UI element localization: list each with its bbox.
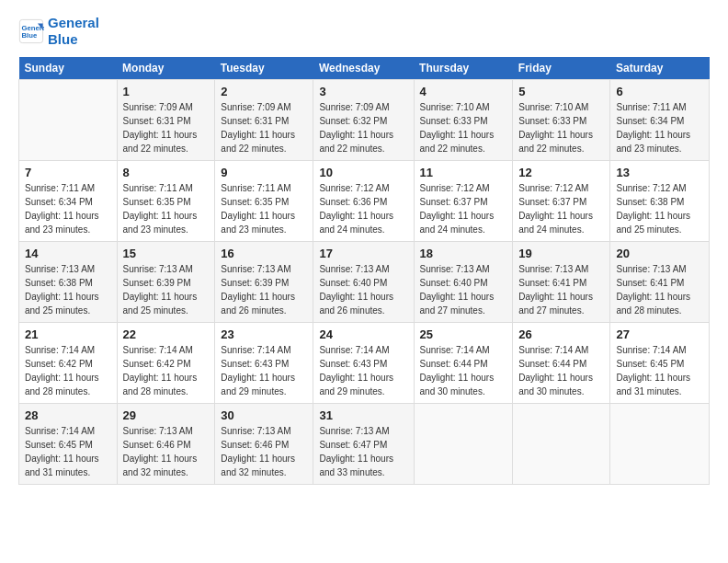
day-info: Sunrise: 7:14 AM Sunset: 6:44 PM Dayligh… <box>518 343 604 398</box>
day-cell: 2Sunrise: 7:09 AM Sunset: 6:31 PM Daylig… <box>215 80 313 161</box>
day-info: Sunrise: 7:11 AM Sunset: 6:35 PM Dayligh… <box>123 181 210 236</box>
day-cell: 12Sunrise: 7:12 AM Sunset: 6:37 PM Dayli… <box>513 161 610 242</box>
week-row-2: 7Sunrise: 7:11 AM Sunset: 6:34 PM Daylig… <box>19 161 710 242</box>
day-cell <box>610 404 710 485</box>
day-number: 21 <box>25 327 111 341</box>
day-number: 18 <box>420 247 507 260</box>
day-number: 7 <box>25 166 111 179</box>
header-friday: Friday <box>513 57 610 80</box>
day-cell: 7Sunrise: 7:11 AM Sunset: 6:34 PM Daylig… <box>19 161 118 242</box>
logo: General Blue General Blue <box>18 15 99 48</box>
day-info: Sunrise: 7:09 AM Sunset: 6:32 PM Dayligh… <box>319 100 407 155</box>
day-cell: 31Sunrise: 7:13 AM Sunset: 6:47 PM Dayli… <box>313 404 414 485</box>
day-number: 31 <box>319 408 407 422</box>
day-info: Sunrise: 7:13 AM Sunset: 6:41 PM Dayligh… <box>518 262 604 317</box>
calendar-table: SundayMondayTuesdayWednesdayThursdayFrid… <box>18 57 710 485</box>
day-cell: 25Sunrise: 7:14 AM Sunset: 6:44 PM Dayli… <box>414 323 513 404</box>
day-info: Sunrise: 7:12 AM Sunset: 6:38 PM Dayligh… <box>616 181 703 236</box>
day-info: Sunrise: 7:11 AM Sunset: 6:34 PM Dayligh… <box>25 181 111 236</box>
day-info: Sunrise: 7:13 AM Sunset: 6:38 PM Dayligh… <box>25 262 111 317</box>
day-info: Sunrise: 7:14 AM Sunset: 6:45 PM Dayligh… <box>616 343 703 398</box>
day-info: Sunrise: 7:14 AM Sunset: 6:43 PM Dayligh… <box>319 343 407 398</box>
week-row-1: 1Sunrise: 7:09 AM Sunset: 6:31 PM Daylig… <box>19 80 710 161</box>
day-cell: 9Sunrise: 7:11 AM Sunset: 6:35 PM Daylig… <box>215 161 313 242</box>
day-cell: 24Sunrise: 7:14 AM Sunset: 6:43 PM Dayli… <box>313 323 414 404</box>
day-info: Sunrise: 7:14 AM Sunset: 6:45 PM Dayligh… <box>25 424 111 479</box>
day-cell: 27Sunrise: 7:14 AM Sunset: 6:45 PM Dayli… <box>610 323 710 404</box>
day-number: 10 <box>319 166 407 179</box>
day-number: 13 <box>616 166 703 179</box>
day-cell: 21Sunrise: 7:14 AM Sunset: 6:42 PM Dayli… <box>19 323 118 404</box>
header-wednesday: Wednesday <box>313 57 414 80</box>
day-cell: 13Sunrise: 7:12 AM Sunset: 6:38 PM Dayli… <box>610 161 710 242</box>
day-cell: 26Sunrise: 7:14 AM Sunset: 6:44 PM Dayli… <box>513 323 610 404</box>
day-info: Sunrise: 7:13 AM Sunset: 6:39 PM Dayligh… <box>123 262 210 317</box>
day-number: 14 <box>25 247 111 260</box>
day-cell: 4Sunrise: 7:10 AM Sunset: 6:33 PM Daylig… <box>414 80 513 161</box>
header-thursday: Thursday <box>414 57 513 80</box>
day-cell: 22Sunrise: 7:14 AM Sunset: 6:42 PM Dayli… <box>117 323 215 404</box>
day-number: 29 <box>123 408 210 422</box>
day-number: 27 <box>616 327 703 341</box>
day-number: 25 <box>420 327 507 341</box>
day-number: 5 <box>518 85 604 98</box>
day-cell: 28Sunrise: 7:14 AM Sunset: 6:45 PM Dayli… <box>19 404 118 485</box>
day-cell <box>19 80 118 161</box>
day-info: Sunrise: 7:14 AM Sunset: 6:43 PM Dayligh… <box>221 343 307 398</box>
day-info: Sunrise: 7:10 AM Sunset: 6:33 PM Dayligh… <box>420 100 507 155</box>
day-info: Sunrise: 7:13 AM Sunset: 6:40 PM Dayligh… <box>319 262 407 317</box>
day-cell: 17Sunrise: 7:13 AM Sunset: 6:40 PM Dayli… <box>313 242 414 323</box>
day-cell: 8Sunrise: 7:11 AM Sunset: 6:35 PM Daylig… <box>117 161 215 242</box>
svg-text:Blue: Blue <box>22 31 38 40</box>
day-info: Sunrise: 7:13 AM Sunset: 6:46 PM Dayligh… <box>123 424 210 479</box>
day-number: 2 <box>221 85 307 98</box>
day-cell: 11Sunrise: 7:12 AM Sunset: 6:37 PM Dayli… <box>414 161 513 242</box>
day-number: 28 <box>25 408 111 422</box>
logo-text: General Blue <box>48 15 99 48</box>
day-info: Sunrise: 7:14 AM Sunset: 6:42 PM Dayligh… <box>25 343 111 398</box>
day-number: 30 <box>221 408 307 422</box>
day-cell: 5Sunrise: 7:10 AM Sunset: 6:33 PM Daylig… <box>513 80 610 161</box>
day-number: 1 <box>123 85 210 98</box>
day-cell: 1Sunrise: 7:09 AM Sunset: 6:31 PM Daylig… <box>117 80 215 161</box>
day-number: 23 <box>221 327 307 341</box>
day-cell: 16Sunrise: 7:13 AM Sunset: 6:39 PM Dayli… <box>215 242 313 323</box>
day-cell: 14Sunrise: 7:13 AM Sunset: 6:38 PM Dayli… <box>19 242 118 323</box>
day-number: 22 <box>123 327 210 341</box>
header-monday: Monday <box>117 57 215 80</box>
day-number: 3 <box>319 85 407 98</box>
day-info: Sunrise: 7:10 AM Sunset: 6:33 PM Dayligh… <box>518 100 604 155</box>
day-number: 6 <box>616 85 703 98</box>
week-row-3: 14Sunrise: 7:13 AM Sunset: 6:38 PM Dayli… <box>19 242 710 323</box>
day-cell <box>414 404 513 485</box>
day-number: 8 <box>123 166 210 179</box>
day-info: Sunrise: 7:14 AM Sunset: 6:44 PM Dayligh… <box>420 343 507 398</box>
day-cell: 23Sunrise: 7:14 AM Sunset: 6:43 PM Dayli… <box>215 323 313 404</box>
day-cell: 29Sunrise: 7:13 AM Sunset: 6:46 PM Dayli… <box>117 404 215 485</box>
day-info: Sunrise: 7:12 AM Sunset: 6:36 PM Dayligh… <box>319 181 407 236</box>
day-info: Sunrise: 7:11 AM Sunset: 6:35 PM Dayligh… <box>221 181 307 236</box>
day-number: 12 <box>518 166 604 179</box>
header-tuesday: Tuesday <box>215 57 313 80</box>
day-info: Sunrise: 7:12 AM Sunset: 6:37 PM Dayligh… <box>420 181 507 236</box>
logo-icon: General Blue <box>18 18 44 44</box>
day-number: 9 <box>221 166 307 179</box>
day-cell: 10Sunrise: 7:12 AM Sunset: 6:36 PM Dayli… <box>313 161 414 242</box>
week-row-4: 21Sunrise: 7:14 AM Sunset: 6:42 PM Dayli… <box>19 323 710 404</box>
day-number: 19 <box>518 247 604 260</box>
header-sunday: Sunday <box>19 57 118 80</box>
day-cell: 20Sunrise: 7:13 AM Sunset: 6:41 PM Dayli… <box>610 242 710 323</box>
day-info: Sunrise: 7:13 AM Sunset: 6:40 PM Dayligh… <box>420 262 507 317</box>
day-cell: 15Sunrise: 7:13 AM Sunset: 6:39 PM Dayli… <box>117 242 215 323</box>
day-number: 16 <box>221 247 307 260</box>
day-info: Sunrise: 7:09 AM Sunset: 6:31 PM Dayligh… <box>221 100 307 155</box>
day-number: 24 <box>319 327 407 341</box>
day-number: 15 <box>123 247 210 260</box>
day-cell <box>513 404 610 485</box>
day-info: Sunrise: 7:13 AM Sunset: 6:41 PM Dayligh… <box>616 262 703 317</box>
day-number: 4 <box>420 85 507 98</box>
day-info: Sunrise: 7:13 AM Sunset: 6:39 PM Dayligh… <box>221 262 307 317</box>
day-info: Sunrise: 7:12 AM Sunset: 6:37 PM Dayligh… <box>518 181 604 236</box>
day-number: 20 <box>616 247 703 260</box>
day-info: Sunrise: 7:11 AM Sunset: 6:34 PM Dayligh… <box>616 100 703 155</box>
